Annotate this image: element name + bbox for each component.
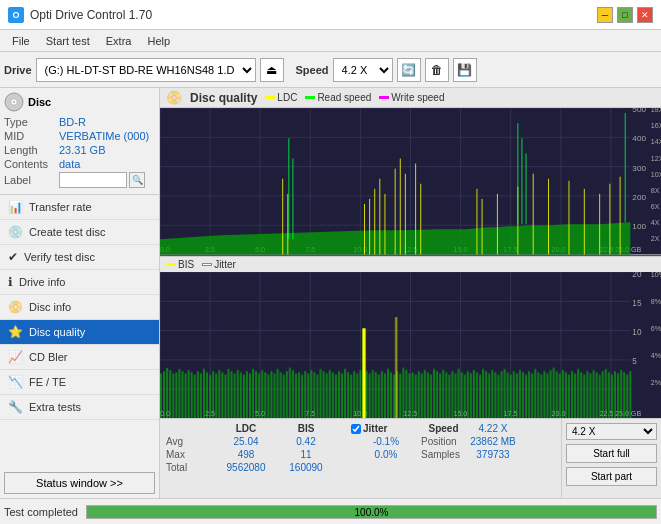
svg-rect-251 <box>586 371 588 418</box>
svg-rect-115 <box>169 370 171 418</box>
menu-help[interactable]: Help <box>139 33 178 49</box>
svg-rect-267 <box>395 317 397 418</box>
svg-text:2%: 2% <box>651 377 661 386</box>
svg-rect-119 <box>181 371 183 418</box>
sidebar-item-create-test-disc[interactable]: 💿 Create test disc <box>0 220 159 245</box>
svg-rect-222 <box>497 374 499 418</box>
svg-rect-128 <box>209 374 211 418</box>
cd-bler-label: CD Bler <box>29 351 68 363</box>
svg-text:400: 400 <box>632 134 646 143</box>
svg-text:16X: 16X <box>651 122 661 130</box>
svg-rect-255 <box>599 374 601 418</box>
svg-rect-223 <box>500 371 502 418</box>
svg-rect-226 <box>510 374 512 418</box>
svg-text:8%: 8% <box>651 296 661 305</box>
svg-rect-224 <box>504 368 506 418</box>
svg-rect-125 <box>200 373 202 418</box>
max-label: Max <box>166 449 216 460</box>
svg-rect-159 <box>301 374 303 418</box>
avg-label: Avg <box>166 436 216 447</box>
eject-button[interactable]: ⏏ <box>260 58 284 82</box>
avg-blank <box>336 436 351 447</box>
svg-rect-256 <box>602 371 604 418</box>
svg-rect-130 <box>215 373 217 418</box>
sidebar-item-transfer-rate[interactable]: 📊 Transfer rate <box>0 195 159 220</box>
save-button[interactable]: 💾 <box>453 58 477 82</box>
svg-rect-124 <box>197 371 199 418</box>
max-bis: 11 <box>276 449 336 460</box>
avg-jitter: -0.1% <box>351 436 421 447</box>
total-ldc: 9562080 <box>216 462 276 473</box>
disc-mid-value: VERBATIMe (000) <box>59 130 149 142</box>
titlebar: O Opti Drive Control 1.70 ─ □ ✕ <box>0 0 661 30</box>
disc-mid-row: MID VERBATIMe (000) <box>4 130 155 142</box>
minimize-button[interactable]: ─ <box>597 7 613 23</box>
avg-row: Avg 25.04 0.42 -0.1% Position 23862 MB <box>166 436 555 447</box>
sidebar-item-extra-tests[interactable]: 🔧 Extra tests <box>0 395 159 420</box>
start-full-button[interactable]: Start full <box>566 444 657 463</box>
disc-label-button[interactable]: 🔍 <box>129 172 145 188</box>
sidebar-item-verify-test-disc[interactable]: ✔ Verify test disc <box>0 245 159 270</box>
drive-info-label: Drive info <box>19 276 65 288</box>
svg-rect-162 <box>310 370 312 418</box>
svg-rect-164 <box>316 374 318 418</box>
svg-rect-150 <box>273 373 275 418</box>
svg-rect-160 <box>304 371 306 418</box>
speed-select[interactable]: 4.2 X <box>333 58 393 82</box>
max-row: Max 498 11 0.0% Samples 379733 <box>166 449 555 460</box>
maximize-button[interactable]: □ <box>617 7 633 23</box>
svg-rect-175 <box>350 374 352 418</box>
drive-select[interactable]: (G:) HL-DT-ST BD-RE WH16NS48 1.D3 <box>36 58 256 82</box>
sidebar-item-disc-quality[interactable]: ⭐ Disc quality <box>0 320 159 345</box>
svg-rect-236 <box>540 374 542 418</box>
write-speed-legend-label: Write speed <box>391 92 444 103</box>
svg-rect-242 <box>559 373 561 418</box>
svg-rect-237 <box>543 371 545 418</box>
svg-rect-260 <box>614 371 616 418</box>
speed-dropdown[interactable]: 4.2 X <box>566 423 657 440</box>
sidebar: Disc Type BD-R MID VERBATIMe (000) Lengt… <box>0 88 160 498</box>
svg-rect-192 <box>405 370 407 418</box>
svg-rect-239 <box>550 370 552 418</box>
svg-rect-246 <box>571 371 573 418</box>
svg-rect-250 <box>583 374 585 418</box>
avg-speed-row: Position 23862 MB <box>421 436 501 447</box>
svg-rect-205 <box>445 372 447 418</box>
start-part-button[interactable]: Start part <box>566 467 657 486</box>
svg-rect-133 <box>224 374 226 418</box>
svg-rect-253 <box>592 370 594 418</box>
sidebar-item-cd-bler[interactable]: 📈 CD Bler <box>0 345 159 370</box>
svg-rect-200 <box>430 374 432 418</box>
menu-start-test[interactable]: Start test <box>38 33 98 49</box>
svg-rect-218 <box>485 371 487 418</box>
svg-rect-146 <box>261 370 263 418</box>
svg-text:8X: 8X <box>651 187 660 195</box>
svg-text:5: 5 <box>632 356 637 366</box>
refresh-button[interactable]: 🔄 <box>397 58 421 82</box>
svg-rect-184 <box>381 371 383 418</box>
sidebar-item-disc-info[interactable]: 📀 Disc info <box>0 295 159 320</box>
svg-rect-137 <box>237 370 239 418</box>
disc-label-input[interactable] <box>59 172 127 188</box>
jitter-checkbox[interactable] <box>351 424 361 434</box>
disc-type-row: Type BD-R <box>4 116 155 128</box>
svg-rect-241 <box>556 371 558 418</box>
erase-button[interactable]: 🗑 <box>425 58 449 82</box>
svg-text:200: 200 <box>632 193 646 202</box>
menu-file[interactable]: File <box>4 33 38 49</box>
jitter-legend-color <box>202 263 212 266</box>
svg-rect-179 <box>366 371 368 418</box>
menu-extra[interactable]: Extra <box>98 33 140 49</box>
titlebar-controls: ─ □ ✕ <box>597 7 653 23</box>
stat-speed-val: 4.22 X <box>468 423 518 434</box>
close-button[interactable]: ✕ <box>637 7 653 23</box>
ldc-legend-label: LDC <box>277 92 297 103</box>
svg-rect-186 <box>387 368 389 418</box>
svg-text:300: 300 <box>632 164 646 173</box>
sidebar-item-drive-info[interactable]: ℹ Drive info <box>0 270 159 295</box>
svg-rect-136 <box>234 373 236 418</box>
svg-rect-263 <box>623 372 625 418</box>
svg-text:12X: 12X <box>651 155 661 163</box>
sidebar-item-fe-te[interactable]: 📉 FE / TE <box>0 370 159 395</box>
status-window-button[interactable]: Status window >> <box>4 472 155 494</box>
